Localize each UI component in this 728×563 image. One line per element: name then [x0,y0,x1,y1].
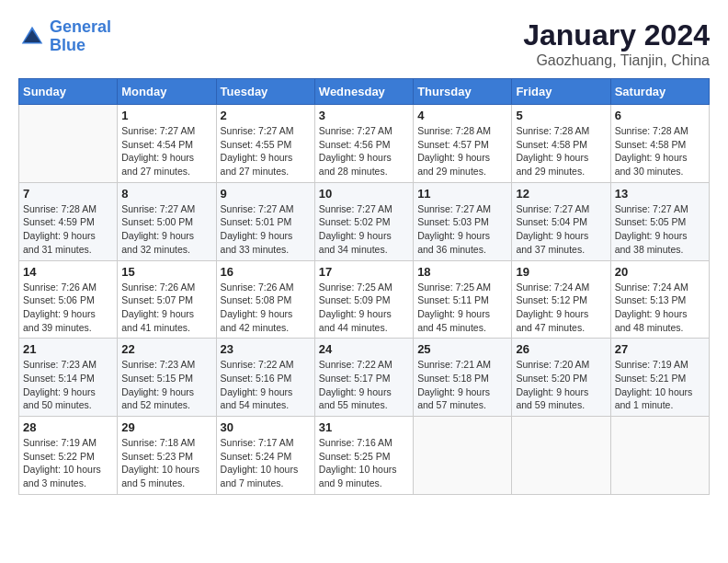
day-info: Sunrise: 7:16 AMSunset: 5:25 PMDaylight:… [319,436,409,490]
calendar-cell: 22Sunrise: 7:23 AMSunset: 5:15 PMDayligh… [118,339,216,417]
calendar-week-5: 28Sunrise: 7:19 AMSunset: 5:22 PMDayligh… [19,417,710,495]
calendar-cell: 8Sunrise: 7:27 AMSunset: 5:00 PMDaylight… [118,182,216,260]
day-info: Sunrise: 7:27 AMSunset: 4:56 PMDaylight:… [319,124,409,178]
calendar-cell: 4Sunrise: 7:28 AMSunset: 4:57 PMDaylight… [414,105,512,183]
calendar-cell: 18Sunrise: 7:25 AMSunset: 5:11 PMDayligh… [414,260,512,339]
calendar-week-4: 21Sunrise: 7:23 AMSunset: 5:14 PMDayligh… [19,339,710,417]
calendar-week-3: 14Sunrise: 7:26 AMSunset: 5:06 PMDayligh… [19,260,710,339]
day-info: Sunrise: 7:26 AMSunset: 5:08 PMDaylight:… [221,281,311,335]
column-header-friday: Friday [512,79,610,105]
day-number: 11 [417,187,507,201]
calendar-cell: 9Sunrise: 7:27 AMSunset: 5:01 PMDaylight… [216,182,314,260]
day-number: 31 [319,420,409,434]
column-header-thursday: Thursday [414,79,512,105]
calendar-cell: 31Sunrise: 7:16 AMSunset: 5:25 PMDayligh… [314,417,413,495]
day-number: 28 [23,420,113,434]
day-info: Sunrise: 7:26 AMSunset: 5:07 PMDaylight:… [121,281,211,335]
day-number: 5 [516,109,606,122]
calendar-week-2: 7Sunrise: 7:28 AMSunset: 4:59 PMDaylight… [19,182,710,260]
calendar-cell: 3Sunrise: 7:27 AMSunset: 4:56 PMDaylight… [314,105,413,183]
day-number: 6 [615,109,705,122]
column-header-tuesday: Tuesday [216,79,314,105]
calendar-header: SundayMondayTuesdayWednesdayThursdayFrid… [19,79,710,105]
column-header-sunday: Sunday [19,79,118,105]
calendar-cell [414,417,512,495]
calendar-cell: 30Sunrise: 7:17 AMSunset: 5:24 PMDayligh… [216,417,314,495]
day-info: Sunrise: 7:28 AMSunset: 4:59 PMDaylight:… [23,202,113,257]
day-number: 18 [417,265,507,279]
day-info: Sunrise: 7:28 AMSunset: 4:58 PMDaylight:… [615,124,705,178]
day-number: 15 [121,265,211,279]
day-number: 10 [319,187,409,201]
calendar-week-1: 1Sunrise: 7:27 AMSunset: 4:54 PMDaylight… [19,105,710,183]
day-info: Sunrise: 7:27 AMSunset: 4:55 PMDaylight:… [221,124,311,178]
main-title: January 2024 [523,18,710,52]
day-info: Sunrise: 7:27 AMSunset: 5:03 PMDaylight:… [417,202,507,257]
calendar-cell: 16Sunrise: 7:26 AMSunset: 5:08 PMDayligh… [216,260,314,339]
title-block: January 2024 Gaozhuang, Tianjin, China [523,18,710,69]
day-info: Sunrise: 7:17 AMSunset: 5:24 PMDaylight:… [221,436,311,490]
calendar-cell: 27Sunrise: 7:19 AMSunset: 5:21 PMDayligh… [610,339,709,417]
column-header-monday: Monday [118,79,216,105]
day-number: 30 [221,420,311,434]
calendar-cell: 28Sunrise: 7:19 AMSunset: 5:22 PMDayligh… [19,417,118,495]
day-number: 12 [516,187,606,201]
calendar-cell: 10Sunrise: 7:27 AMSunset: 5:02 PMDayligh… [314,182,413,260]
day-number: 8 [121,187,211,201]
logo: General Blue [18,18,111,55]
day-number: 9 [221,187,311,201]
day-info: Sunrise: 7:27 AMSunset: 5:04 PMDaylight:… [516,202,606,257]
day-number: 26 [516,342,606,356]
calendar-table: SundayMondayTuesdayWednesdayThursdayFrid… [18,78,710,495]
calendar-cell: 13Sunrise: 7:27 AMSunset: 5:05 PMDayligh… [610,182,709,260]
calendar-cell: 7Sunrise: 7:28 AMSunset: 4:59 PMDaylight… [19,182,118,260]
day-info: Sunrise: 7:24 AMSunset: 5:12 PMDaylight:… [516,281,606,335]
page-header: General Blue January 2024 Gaozhuang, Tia… [18,18,710,69]
day-number: 27 [615,342,705,356]
column-header-saturday: Saturday [610,79,709,105]
calendar-cell: 29Sunrise: 7:18 AMSunset: 5:23 PMDayligh… [118,417,216,495]
day-number: 3 [319,109,409,122]
calendar-cell [19,105,118,183]
day-number: 16 [221,265,311,279]
logo-text: General Blue [50,18,111,55]
day-info: Sunrise: 7:25 AMSunset: 5:09 PMDaylight:… [319,281,409,335]
day-number: 7 [23,187,113,201]
day-info: Sunrise: 7:23 AMSunset: 5:14 PMDaylight:… [23,358,113,412]
day-number: 24 [319,342,409,356]
subtitle: Gaozhuang, Tianjin, China [523,52,710,69]
day-info: Sunrise: 7:27 AMSunset: 5:05 PMDaylight:… [615,202,705,257]
calendar-cell: 2Sunrise: 7:27 AMSunset: 4:55 PMDaylight… [216,105,314,183]
day-info: Sunrise: 7:20 AMSunset: 5:20 PMDaylight:… [516,358,606,412]
day-number: 29 [121,420,211,434]
calendar-cell: 12Sunrise: 7:27 AMSunset: 5:04 PMDayligh… [512,182,610,260]
day-number: 2 [221,109,311,122]
calendar-cell: 6Sunrise: 7:28 AMSunset: 4:58 PMDaylight… [610,105,709,183]
day-number: 22 [121,342,211,356]
calendar-cell [512,417,610,495]
day-number: 13 [615,187,705,201]
day-info: Sunrise: 7:27 AMSunset: 4:54 PMDaylight:… [121,124,211,178]
calendar-cell: 21Sunrise: 7:23 AMSunset: 5:14 PMDayligh… [19,339,118,417]
day-info: Sunrise: 7:22 AMSunset: 5:16 PMDaylight:… [221,358,311,412]
day-number: 23 [221,342,311,356]
calendar-cell: 19Sunrise: 7:24 AMSunset: 5:12 PMDayligh… [512,260,610,339]
day-number: 19 [516,265,606,279]
day-info: Sunrise: 7:27 AMSunset: 5:00 PMDaylight:… [121,202,211,257]
calendar-cell: 25Sunrise: 7:21 AMSunset: 5:18 PMDayligh… [414,339,512,417]
calendar-cell: 26Sunrise: 7:20 AMSunset: 5:20 PMDayligh… [512,339,610,417]
logo-icon [18,23,46,51]
day-number: 17 [319,265,409,279]
logo-line1: General [50,17,111,36]
calendar-cell: 24Sunrise: 7:22 AMSunset: 5:17 PMDayligh… [314,339,413,417]
calendar-cell [610,417,709,495]
day-info: Sunrise: 7:26 AMSunset: 5:06 PMDaylight:… [23,281,113,335]
day-number: 4 [417,109,507,122]
calendar-cell: 14Sunrise: 7:26 AMSunset: 5:06 PMDayligh… [19,260,118,339]
day-info: Sunrise: 7:22 AMSunset: 5:17 PMDaylight:… [319,358,409,412]
day-info: Sunrise: 7:27 AMSunset: 5:02 PMDaylight:… [319,202,409,257]
day-info: Sunrise: 7:21 AMSunset: 5:18 PMDaylight:… [417,358,507,412]
calendar-cell: 5Sunrise: 7:28 AMSunset: 4:58 PMDaylight… [512,105,610,183]
column-header-wednesday: Wednesday [314,79,413,105]
day-number: 25 [417,342,507,356]
